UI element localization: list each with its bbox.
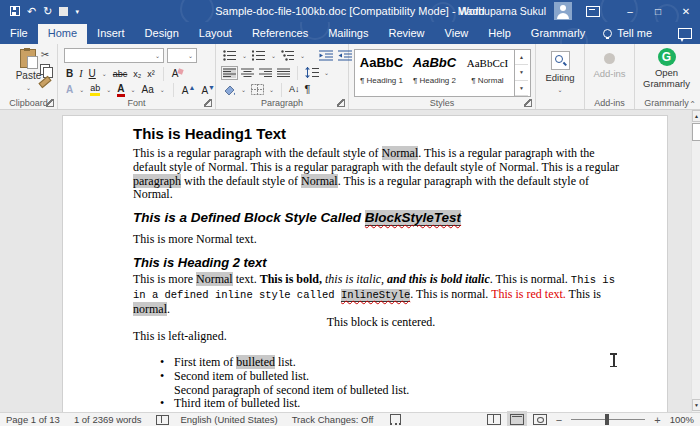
track-changes-status[interactable]: Track Changes: Off [292, 414, 374, 425]
font-size-combobox[interactable]: ⌄ [167, 48, 197, 63]
styles-dialog-launcher-icon[interactable] [524, 99, 532, 107]
gallery-more-icon[interactable]: ▼ [515, 81, 528, 96]
paste-dropdown-icon[interactable]: ⌄ [26, 85, 31, 91]
avatar[interactable] [554, 2, 572, 20]
tab-view[interactable]: View [435, 24, 479, 44]
justify-button[interactable] [277, 68, 290, 78]
print-layout-icon[interactable] [510, 414, 524, 425]
addins-button[interactable]: Add-ins [593, 44, 625, 79]
gallery-scroll-up-icon[interactable]: ▲ [515, 50, 528, 65]
read-mode-icon[interactable] [487, 414, 501, 425]
zoom-out-button[interactable]: − [556, 414, 562, 426]
highlight-dropdown-icon[interactable]: ⌄ [106, 87, 111, 93]
undo-icon[interactable]: ↶ [27, 6, 36, 17]
numbering-dropdown-icon[interactable]: ⌄ [271, 53, 276, 59]
borders-button[interactable] [251, 84, 264, 95]
tab-file[interactable]: File [0, 24, 38, 44]
copy-icon[interactable] [40, 64, 50, 75]
redo-icon[interactable]: ↻ [43, 6, 52, 17]
tab-help[interactable]: Help [478, 24, 521, 44]
tab-references[interactable]: References [242, 24, 318, 44]
close-button[interactable]: ✕ [672, 6, 700, 17]
comments-icon[interactable] [678, 28, 692, 39]
tab-home[interactable]: Home [38, 24, 87, 44]
underline-button[interactable]: U [89, 69, 96, 79]
strikethrough-button[interactable]: abc [113, 70, 128, 79]
scroll-up-icon[interactable]: ▲ [692, 110, 700, 122]
style-card[interactable]: AaBbC¶ Heading 1 [355, 50, 408, 96]
open-grammarly-button[interactable]: G Open Grammarly [637, 44, 697, 89]
collapse-ribbon-icon[interactable]: ⌃ [689, 100, 696, 109]
bullets-button[interactable] [223, 50, 237, 61]
change-case-button[interactable]: Aa [142, 85, 154, 95]
word-count[interactable]: 1 of 2369 words [74, 414, 142, 425]
align-center-button[interactable] [241, 68, 254, 78]
zoom-in-button[interactable]: + [654, 414, 660, 426]
shading-dropdown-icon[interactable]: ⌄ [241, 87, 246, 93]
paragraph-dialog-launcher-icon[interactable] [337, 99, 345, 107]
document-page[interactable]: This is Heading1 TextThis is a regular p… [62, 115, 668, 412]
line-spacing-dropdown-icon[interactable]: ⌄ [324, 70, 329, 76]
minimize-button[interactable]: – [616, 6, 644, 17]
cut-icon[interactable]: ✂ [41, 50, 49, 60]
underline-dropdown-icon[interactable]: ⌄ [102, 71, 107, 77]
tab-review[interactable]: Review [379, 24, 435, 44]
multilevel-dropdown-icon[interactable]: ⌄ [300, 53, 305, 59]
change-case-dropdown-icon[interactable]: ⌄ [160, 87, 165, 93]
clipboard-dialog-launcher-icon[interactable] [46, 99, 54, 107]
paste-button[interactable]: Paste ⌄ [16, 49, 42, 92]
font-color-dropdown-icon[interactable]: ⌄ [131, 87, 136, 93]
format-painter-icon[interactable] [38, 76, 51, 88]
borders-dropdown-icon[interactable]: ⌄ [269, 87, 274, 93]
tab-layout[interactable]: Layout [189, 24, 242, 44]
decrease-indent-button[interactable] [319, 50, 333, 61]
tab-tell-me[interactable]: Tell me [595, 23, 660, 44]
style-card[interactable]: AaBbC¶ Heading 2 [408, 50, 461, 96]
numbering-button[interactable] [252, 50, 266, 61]
editing-button[interactable]: Editing ⌄ [545, 44, 574, 94]
page-count[interactable]: Page 1 of 13 [6, 414, 60, 425]
grow-font-button[interactable]: A▲ [182, 84, 196, 96]
tab-mailings[interactable]: Mailings [318, 24, 378, 44]
show-paragraph-marks-button[interactable]: ¶ [305, 84, 311, 95]
bullets-dropdown-icon[interactable]: ⌄ [242, 53, 247, 59]
align-left-button[interactable] [223, 68, 236, 78]
maximize-button[interactable]: □ [644, 6, 672, 17]
gallery-scroll-down-icon[interactable]: ▼ [515, 65, 528, 80]
text-effects-button[interactable]: A [66, 85, 73, 95]
shrink-font-button[interactable]: A▼ [201, 84, 215, 96]
zoom-level[interactable]: 100% [670, 414, 694, 425]
web-layout-icon[interactable] [533, 414, 547, 425]
line-spacing-button[interactable] [305, 67, 319, 78]
font-name-combobox[interactable]: ⌄ [64, 48, 164, 63]
qat-more-icon[interactable]: ▾ [75, 8, 79, 15]
vertical-scrollbar[interactable]: ▲ ▼ [691, 110, 700, 412]
text-effects-dropdown-icon[interactable]: ⌄ [79, 87, 84, 93]
ribbon-display-options-icon[interactable] [586, 6, 600, 17]
tab-insert[interactable]: Insert [87, 24, 135, 44]
language-status[interactable]: English (United States) [181, 414, 278, 425]
zoom-slider[interactable] [571, 419, 645, 420]
highlight-color-button[interactable]: ab [90, 84, 100, 96]
proofing-icon[interactable] [156, 415, 169, 425]
style-card[interactable]: AaBbCcI¶ Normal [461, 50, 514, 96]
multilevel-list-button[interactable] [281, 50, 295, 61]
subscript-button[interactable]: x₂ [133, 70, 141, 79]
user-name[interactable]: Madhuparna Sukul [458, 5, 546, 17]
bold-button[interactable]: B [66, 69, 73, 79]
qat-custom-icon[interactable] [59, 7, 68, 16]
clear-formatting-button[interactable]: A [172, 69, 179, 79]
superscript-button[interactable]: x² [147, 70, 155, 79]
italic-button[interactable]: I [79, 69, 82, 79]
sort-button[interactable]: A↓ [289, 85, 300, 94]
save-icon[interactable] [10, 6, 20, 16]
tab-design[interactable]: Design [135, 24, 189, 44]
scrollbar-thumb[interactable] [692, 123, 700, 141]
font-dialog-launcher-icon[interactable] [204, 99, 212, 107]
align-right-button[interactable] [259, 68, 272, 78]
scroll-down-icon[interactable]: ▼ [692, 399, 700, 411]
tab-grammarly[interactable]: Grammarly [521, 24, 595, 44]
macro-record-icon[interactable] [390, 414, 401, 425]
zoom-slider-thumb[interactable] [605, 414, 609, 425]
font-color-button[interactable]: A [117, 84, 124, 97]
